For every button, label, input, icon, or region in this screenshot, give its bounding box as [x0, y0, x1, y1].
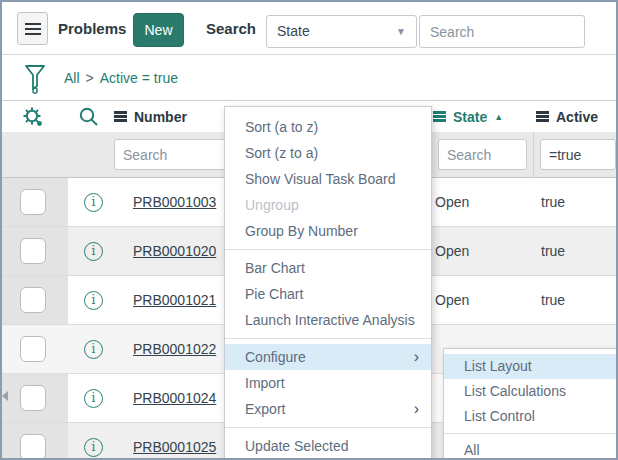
row-checkbox[interactable]	[20, 336, 46, 362]
column-divider	[533, 132, 534, 178]
checkbox-cell	[2, 178, 68, 226]
row-checkbox[interactable]	[20, 189, 46, 215]
column-context-menu: Sort (a to z) Sort (z to a) Show Visual …	[224, 106, 432, 460]
column-label-state: State	[453, 109, 487, 125]
search-label: Search	[206, 2, 256, 55]
row-checkbox[interactable]	[20, 385, 46, 411]
submenu-item-all[interactable]: All	[444, 438, 618, 460]
row-checkbox[interactable]	[20, 287, 46, 313]
menu-item-bar-chart[interactable]: Bar Chart	[225, 255, 431, 281]
list-edge-marker	[2, 391, 8, 401]
chevron-right-icon: ›	[414, 344, 419, 370]
info-icon[interactable]: i	[84, 242, 103, 261]
record-link[interactable]: PRB0001022	[133, 325, 216, 373]
record-link[interactable]: PRB0001021	[133, 276, 216, 324]
submenu-item-list-control[interactable]: List Control	[444, 404, 618, 429]
breadcrumb-condition[interactable]: Active = true	[100, 70, 178, 86]
menu-item-show-visual-task-board[interactable]: Show Visual Task Board	[225, 166, 431, 192]
record-link[interactable]: PRB0001020	[133, 227, 216, 275]
filter-funnel-icon[interactable]	[24, 63, 46, 94]
menu-item-label: Configure	[245, 349, 306, 365]
checkbox-cell	[2, 423, 68, 460]
breadcrumb-bar: All>Active = true	[2, 55, 616, 101]
new-button[interactable]: New	[133, 13, 184, 47]
state-cell: Open	[435, 276, 469, 324]
column-menu-icon	[433, 111, 446, 113]
hamburger-icon	[25, 23, 41, 25]
menu-separator	[444, 433, 618, 434]
active-cell: true	[541, 178, 565, 226]
column-menu-icon	[536, 111, 549, 113]
record-link[interactable]: PRB0001025	[133, 423, 216, 460]
checkbox-cell	[2, 276, 68, 324]
column-header-state[interactable]: State ▲	[433, 101, 503, 132]
top-toolbar: Problems New Search State ▼	[2, 2, 616, 55]
column-label-active: Active	[556, 109, 598, 125]
search-field-value: State	[277, 23, 310, 39]
column-label-number: Number	[134, 109, 187, 125]
menu-item-label: Export	[245, 401, 285, 417]
info-icon[interactable]: i	[84, 291, 103, 310]
chevron-down-icon: ▼	[396, 16, 406, 47]
checkbox-cell	[2, 227, 68, 275]
column-header-number[interactable]: Number	[114, 101, 187, 132]
state-cell: Open	[435, 227, 469, 275]
menu-item-update-selected[interactable]: Update Selected	[225, 433, 431, 459]
menu-item-sort-a-to-z[interactable]: Sort (a to z)	[225, 114, 431, 140]
breadcrumb-all[interactable]: All	[64, 70, 80, 86]
menu-item-ungroup: Ungroup	[225, 192, 431, 218]
info-icon[interactable]: i	[84, 438, 103, 457]
row-checkbox[interactable]	[20, 238, 46, 264]
menu-separator	[225, 249, 431, 250]
menu-separator	[225, 427, 431, 428]
search-field-select[interactable]: State ▼	[266, 15, 417, 48]
column-header-active[interactable]: Active	[536, 101, 598, 132]
breadcrumb-separator: >	[86, 70, 94, 86]
menu-item-group-by-number[interactable]: Group By Number	[225, 218, 431, 244]
submenu-item-list-layout[interactable]: List Layout	[444, 354, 618, 379]
record-link[interactable]: PRB0001003	[133, 178, 216, 226]
checkbox-cell	[2, 374, 68, 422]
info-icon[interactable]: i	[84, 389, 103, 408]
menu-item-configure[interactable]: Configure ›	[225, 344, 431, 370]
menu-item-import[interactable]: Import	[225, 370, 431, 396]
list-menu-button[interactable]	[17, 12, 48, 45]
menu-item-export[interactable]: Export ›	[225, 396, 431, 422]
page-title: Problems	[58, 2, 126, 55]
menu-item-launch-interactive-analysis[interactable]: Launch Interactive Analysis	[225, 307, 431, 333]
problems-list-window: Problems New Search State ▼ All>Active =…	[0, 0, 618, 460]
active-filter-input[interactable]	[540, 139, 616, 170]
sort-ascending-icon: ▲	[494, 112, 503, 122]
active-cell: true	[541, 276, 565, 324]
chevron-right-icon: ›	[414, 396, 419, 422]
submenu-item-list-calculations[interactable]: List Calculations	[444, 379, 618, 404]
info-icon[interactable]: i	[84, 340, 103, 359]
row-checkbox[interactable]	[20, 434, 46, 460]
number-filter-input[interactable]	[114, 139, 229, 170]
checkbox-cell	[2, 325, 68, 373]
gear-icon	[21, 105, 45, 129]
global-search-input[interactable]	[419, 15, 585, 48]
state-cell: Open	[435, 178, 469, 226]
breadcrumb: All>Active = true	[64, 55, 178, 101]
menu-item-sort-z-to-a[interactable]: Sort (z to a)	[225, 140, 431, 166]
configure-submenu: List Layout List Calculations List Contr…	[443, 348, 618, 460]
personalize-list-button[interactable]	[21, 105, 45, 129]
record-link[interactable]: PRB0001024	[133, 374, 216, 422]
menu-item-pie-chart[interactable]: Pie Chart	[225, 281, 431, 307]
list-search-button[interactable]	[77, 105, 101, 129]
state-filter-input[interactable]	[438, 139, 527, 170]
info-icon[interactable]: i	[84, 193, 103, 212]
magnifier-icon	[77, 105, 101, 129]
column-menu-icon	[114, 111, 127, 113]
active-cell: true	[541, 227, 565, 275]
menu-separator	[225, 338, 431, 339]
